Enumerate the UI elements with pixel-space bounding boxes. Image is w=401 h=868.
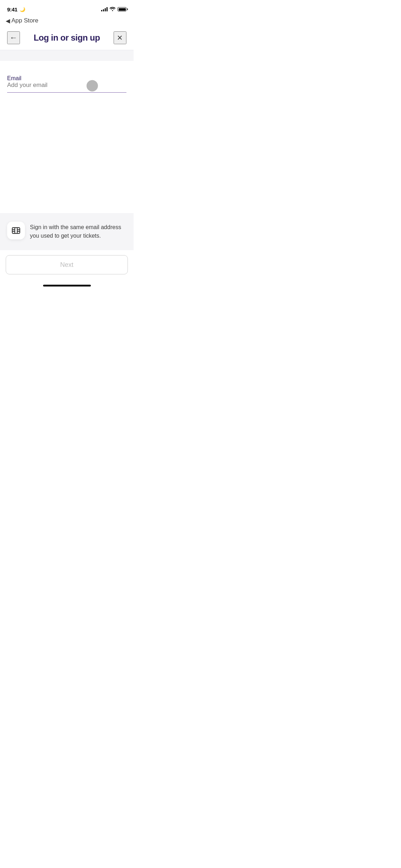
hint-text: Sign in with the same email address you … (30, 222, 126, 240)
app-store-back-chevron: ◀ (6, 17, 10, 24)
signal-bar-1 (101, 10, 102, 11)
moon-icon: 🌙 (20, 7, 25, 12)
app-store-bar[interactable]: ◀ App Store (0, 16, 134, 27)
signal-bars-icon (101, 7, 108, 11)
hint-section: Sign in with the same email address you … (0, 213, 134, 250)
app-store-label: App Store (11, 17, 38, 24)
page-title: Log in or sign up (33, 33, 100, 43)
status-left: 9:41 🌙 (7, 6, 25, 12)
svg-rect-0 (12, 228, 20, 233)
signal-bar-4 (106, 7, 108, 11)
home-indicator (43, 285, 91, 286)
status-right (101, 7, 126, 12)
next-button[interactable]: Next (6, 255, 128, 274)
ticket-icon (11, 226, 21, 236)
wifi-icon (110, 7, 115, 12)
battery-icon (118, 7, 126, 11)
status-bar: 9:41 🌙 (0, 0, 134, 16)
close-icon: ✕ (117, 33, 123, 42)
next-button-label: Next (60, 261, 73, 269)
email-input[interactable] (7, 82, 126, 89)
email-label: Email (7, 75, 21, 81)
back-arrow-icon: ← (10, 33, 17, 42)
main-content: Email (0, 61, 134, 100)
signal-bar-3 (105, 8, 106, 11)
status-time: 9:41 (7, 6, 17, 12)
email-input-wrapper (7, 82, 126, 93)
back-button[interactable]: ← (7, 31, 20, 44)
hint-icon-wrapper (7, 222, 25, 239)
signal-bar-2 (103, 9, 104, 11)
close-button[interactable]: ✕ (114, 31, 126, 44)
cursor-circle (87, 80, 98, 92)
top-section-background (0, 50, 134, 61)
nav-header: ← Log in or sign up ✕ (0, 27, 134, 50)
battery-fill (119, 8, 126, 11)
